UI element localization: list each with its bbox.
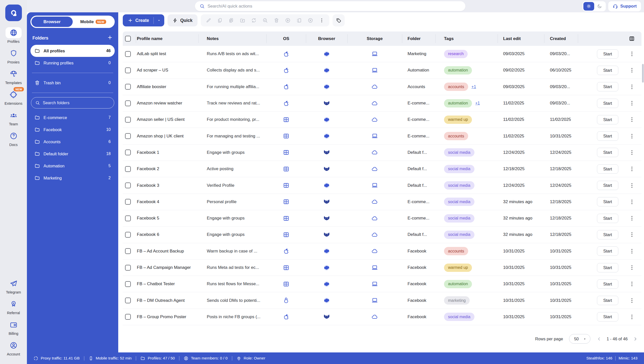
create-dropdown-button[interactable] [154,18,164,22]
copy-user-action-button[interactable] [225,15,237,26]
scrollbar-thumb[interactable] [642,64,644,83]
global-search-input[interactable] [208,4,461,9]
row-menu-icon[interactable] [629,100,635,106]
start-profile-button[interactable]: Start [597,246,618,256]
folder-search-input[interactable] [43,100,110,105]
row-checkbox[interactable] [125,67,131,73]
column-header-folder[interactable]: Folder [402,31,435,46]
start-profile-button[interactable]: Start [597,296,618,305]
quick-create-button[interactable]: Quick [168,14,197,26]
folder-item-default-folder[interactable]: Default folder18 [30,148,115,160]
row-checkbox[interactable] [125,265,131,271]
more-tags-link[interactable]: +1 [475,101,480,105]
previous-page-button[interactable] [596,336,602,342]
start-profile-button[interactable]: Start [597,230,618,239]
row-menu-icon[interactable] [629,84,635,90]
start-profile-button[interactable]: Start [597,181,618,190]
sidebar-item-team[interactable]: Team [5,110,22,126]
folder-item-all-profiles[interactable]: All profiles46 [30,45,115,57]
row-menu-icon[interactable] [629,166,635,172]
row-checkbox[interactable] [125,232,131,238]
row-menu-icon[interactable] [629,133,635,139]
sidebar-item-telegram[interactable]: Telegram [6,278,22,294]
start-profile-button[interactable]: Start [597,197,618,206]
add-folder-button[interactable] [107,35,113,41]
column-header-notes[interactable]: Notes [198,31,266,46]
row-menu-icon[interactable] [629,199,635,205]
start-profile-button[interactable]: Start [597,99,618,108]
start-profile-button[interactable]: Start [597,164,618,174]
start-profile-button[interactable]: Start [597,131,618,141]
folder-item-trash-bin[interactable]: Trash bin0 [30,77,115,89]
manage-tags-button[interactable] [333,14,345,26]
row-checkbox[interactable] [125,281,131,287]
start-profile-button[interactable]: Start [597,263,618,272]
tab-browser[interactable]: Browser [31,17,73,27]
tab-mobile[interactable]: MobileNEW [73,17,114,27]
sidebar-item-proxies[interactable]: Proxies [5,48,22,64]
sidebar-item-docs[interactable]: Docs [5,130,22,147]
column-header-created[interactable]: Created [544,31,578,46]
sidebar-item-extensions[interactable]: ExtensionsNEW [5,89,22,105]
x-circle-action-button[interactable] [305,15,316,26]
trash-action-button[interactable] [271,15,282,26]
start-profile-button[interactable]: Start [597,312,618,321]
row-menu-icon[interactable] [629,215,635,222]
row-menu-icon[interactable] [629,264,635,271]
rows-per-page-select[interactable]: 50 [569,334,590,344]
folder-item-running-profiles[interactable]: Running profiles0 [30,57,115,69]
start-profile-button[interactable]: Start [597,279,618,289]
row-menu-icon[interactable] [629,248,635,254]
kebab-action-button[interactable] [316,15,327,26]
sidebar-item-billing[interactable]: Billing [6,319,22,336]
select-all-checkbox[interactable] [125,36,131,42]
folder-item-accounts[interactable]: Accounts6 [30,136,115,148]
more-tags-link[interactable]: +1 [471,85,476,89]
clone-window-action-button[interactable] [293,15,305,26]
folder-item-facebook[interactable]: Facebook10 [30,124,115,136]
column-header-profile-name[interactable]: Profile name [136,31,198,46]
column-header-storage[interactable]: Storage [347,31,402,46]
sidebar-item-account[interactable]: Account [6,340,22,356]
row-checkbox[interactable] [125,51,131,57]
row-menu-icon[interactable] [629,281,635,287]
row-menu-icon[interactable] [629,116,635,123]
light-theme-button[interactable] [583,2,594,11]
play-circle-action-button[interactable] [282,15,293,26]
row-checkbox[interactable] [125,100,131,106]
row-menu-icon[interactable] [629,297,635,304]
row-menu-icon[interactable] [629,67,635,74]
row-checkbox[interactable] [125,314,131,320]
sync-action-button[interactable] [248,15,259,26]
dark-theme-button[interactable] [594,2,605,11]
row-checkbox[interactable] [125,133,131,139]
row-checkbox[interactable] [125,84,131,90]
column-header-os[interactable]: OS [266,31,306,46]
column-header-last-edit[interactable]: Last edit [498,31,544,46]
next-page-button[interactable] [633,336,638,342]
folder-item-marketing[interactable]: Marketing2 [30,172,115,184]
start-profile-button[interactable]: Start [597,214,618,223]
copy-action-button[interactable] [214,15,225,26]
row-checkbox[interactable] [125,117,131,123]
start-profile-button[interactable]: Start [597,49,618,59]
support-button[interactable]: Support [608,1,641,11]
row-menu-icon[interactable] [629,231,635,238]
column-header-browser[interactable]: Browser [306,31,347,46]
pencil-action-button[interactable] [203,15,214,26]
row-menu-icon[interactable] [629,51,635,57]
column-header-tags[interactable]: Tags [435,31,498,46]
start-profile-button[interactable]: Start [597,115,618,124]
sidebar-item-templates[interactable]: Templates [5,68,22,85]
folder-up-action-button[interactable] [237,15,248,26]
row-checkbox[interactable] [125,298,131,303]
row-checkbox[interactable] [125,248,131,254]
row-menu-icon[interactable] [629,149,635,156]
sidebar-item-profiles[interactable]: Profiles [5,27,22,44]
row-checkbox[interactable] [125,150,131,155]
folder-item-e-commerce[interactable]: E-commerce7 [30,112,115,124]
sidebar-item-referral[interactable]: Referral [6,299,22,315]
columns-settings-icon[interactable] [629,35,635,42]
start-profile-button[interactable]: Start [597,66,618,75]
row-menu-icon[interactable] [629,314,635,320]
